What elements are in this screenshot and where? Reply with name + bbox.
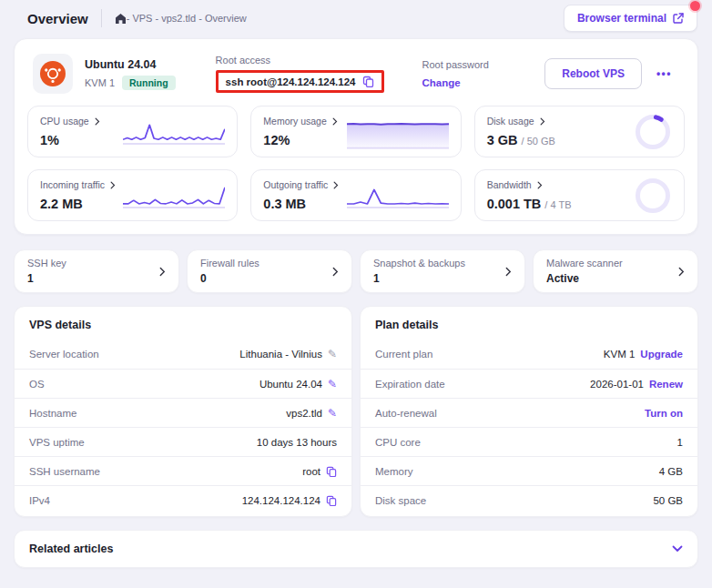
reboot-vps-button[interactable]: Reboot VPS bbox=[544, 58, 642, 89]
change-password-link[interactable]: Change bbox=[422, 77, 461, 88]
os-logo-tile bbox=[33, 54, 73, 94]
chevron-right-icon bbox=[505, 267, 512, 277]
copy-icon[interactable] bbox=[362, 76, 374, 87]
turn-on-link[interactable]: Turn on bbox=[645, 408, 683, 419]
ssh-key-label: SSH key bbox=[27, 258, 66, 269]
table-row-expiration-date: Expiration date 2026-01-01 Renew bbox=[361, 369, 697, 398]
outgoing-traffic-card[interactable]: Outgoing traffic 0.3 MB bbox=[250, 169, 461, 221]
malware-scanner-value: Active bbox=[546, 272, 623, 285]
bandwidth-value: 0.001 TB bbox=[487, 197, 542, 211]
incoming-traffic-label: Incoming traffic bbox=[40, 179, 105, 190]
firewall-rules-card[interactable]: Firewall rules 0 bbox=[187, 249, 352, 293]
table-row-server-location: Server location Lithuania - Vilnius ✎ bbox=[15, 340, 351, 369]
renew-link[interactable]: Renew bbox=[649, 379, 683, 390]
breadcrumb[interactable]: - VPS - vps2.tld - Overview bbox=[127, 13, 247, 24]
incoming-traffic-sparkline bbox=[123, 184, 225, 208]
bandwidth-donut bbox=[634, 177, 672, 215]
header-divider bbox=[101, 9, 102, 27]
server-overview-card: Ubuntu 24.04 KVM 1 Running Root access s… bbox=[14, 38, 698, 235]
related-articles-toggle[interactable]: Related articles bbox=[14, 530, 698, 568]
chevron-right-icon bbox=[95, 117, 100, 126]
stats-grid: CPU usage 1% Memory usage bbox=[27, 106, 685, 221]
external-link-icon bbox=[673, 13, 684, 24]
disk-usage-donut bbox=[634, 113, 672, 151]
home-icon[interactable] bbox=[115, 13, 127, 25]
table-row-os: OS Ubuntu 24.04 ✎ bbox=[15, 369, 351, 398]
root-access-value-box: ssh root@124.124.124.124 bbox=[216, 70, 384, 93]
server-plan: KVM 1 bbox=[85, 77, 115, 88]
chevron-right-icon bbox=[540, 117, 545, 126]
outgoing-traffic-value: 0.3 MB bbox=[263, 197, 339, 211]
root-password-block: Root password Change bbox=[422, 59, 489, 89]
bandwidth-total: / 4 TB bbox=[544, 199, 571, 210]
table-row-ipv4: IPv4 124.124.124.124 bbox=[15, 485, 351, 514]
disk-usage-total: / 50 GB bbox=[522, 136, 555, 147]
root-password-label: Root password bbox=[422, 59, 489, 70]
snapshot-backups-label: Snapshot & backups bbox=[373, 258, 465, 269]
status-badge: Running bbox=[122, 76, 176, 90]
copy-icon[interactable] bbox=[326, 495, 337, 506]
details-section: VPS details Server location Lithuania - … bbox=[14, 306, 698, 517]
related-articles-title: Related articles bbox=[29, 542, 113, 555]
page-title: Overview bbox=[27, 11, 88, 26]
cpu-usage-value: 1% bbox=[40, 133, 100, 147]
outgoing-traffic-label: Outgoing traffic bbox=[263, 179, 328, 190]
firewall-rules-value: 0 bbox=[200, 272, 259, 285]
disk-usage-value: 3 GB bbox=[487, 133, 518, 147]
copy-icon[interactable] bbox=[326, 466, 337, 477]
malware-scanner-card[interactable]: Malware scanner Active bbox=[533, 249, 698, 293]
incoming-traffic-card[interactable]: Incoming traffic 2.2 MB bbox=[27, 169, 238, 221]
table-row-hostname: Hostname vps2.tld ✎ bbox=[15, 398, 351, 427]
chevron-right-icon bbox=[110, 181, 116, 189]
chevron-right-icon bbox=[678, 267, 685, 277]
table-row-auto-renewal: Auto-renewal Turn on bbox=[361, 398, 697, 427]
server-os-name: Ubuntu 24.04 bbox=[85, 58, 176, 71]
snapshot-backups-card[interactable]: Snapshot & backups 1 bbox=[360, 249, 525, 293]
memory-usage-areachart bbox=[347, 115, 449, 149]
chevron-right-icon bbox=[537, 181, 543, 189]
table-row-cpu-core: CPU core 1 bbox=[361, 427, 697, 456]
incoming-traffic-value: 2.2 MB bbox=[40, 197, 116, 211]
edit-icon[interactable]: ✎ bbox=[328, 349, 337, 360]
vps-details-card: VPS details Server location Lithuania - … bbox=[14, 306, 352, 517]
memory-usage-label: Memory usage bbox=[263, 116, 326, 127]
plan-details-card: Plan details Current plan KVM 1 Upgrade … bbox=[360, 306, 698, 517]
cpu-usage-sparkline bbox=[123, 120, 225, 145]
cpu-usage-label: CPU usage bbox=[40, 116, 89, 127]
page-header: Overview - VPS - vps2.tld - Overview Bro… bbox=[0, 0, 712, 36]
edit-icon[interactable]: ✎ bbox=[328, 379, 337, 390]
notification-dot bbox=[690, 1, 700, 11]
plan-details-title: Plan details bbox=[361, 307, 697, 340]
bandwidth-label: Bandwidth bbox=[487, 179, 532, 190]
table-row-current-plan: Current plan KVM 1 Upgrade bbox=[361, 340, 697, 369]
table-row-ssh-username: SSH username root bbox=[15, 456, 351, 485]
server-info-row: Ubuntu 24.04 KVM 1 Running Root access s… bbox=[27, 51, 685, 106]
outgoing-traffic-sparkline bbox=[347, 184, 449, 208]
bandwidth-card[interactable]: Bandwidth 0.001 TB / 4 TB bbox=[474, 169, 685, 221]
disk-usage-card[interactable]: Disk usage 3 GB / 50 GB bbox=[474, 106, 685, 157]
more-options-button[interactable]: ••• bbox=[656, 67, 672, 80]
ubuntu-logo-icon bbox=[40, 61, 66, 86]
firewall-rules-label: Firewall rules bbox=[200, 258, 259, 269]
table-row-vps-uptime: VPS uptime 10 days 13 hours bbox=[15, 427, 351, 456]
browser-terminal-label: Browser terminal bbox=[577, 12, 666, 25]
root-access-label: Root access bbox=[216, 55, 384, 66]
vps-details-title: VPS details bbox=[15, 307, 351, 340]
snapshot-backups-value: 1 bbox=[373, 272, 465, 285]
disk-usage-label: Disk usage bbox=[487, 116, 534, 127]
browser-terminal-button[interactable]: Browser terminal bbox=[564, 5, 697, 32]
memory-usage-card[interactable]: Memory usage 12% bbox=[250, 106, 461, 157]
chevron-right-icon bbox=[159, 267, 166, 277]
table-row-disk-space: Disk space 50 GB bbox=[361, 485, 697, 514]
upgrade-link[interactable]: Upgrade bbox=[640, 349, 683, 360]
root-access-value: ssh root@124.124.124.124 bbox=[226, 76, 356, 87]
chevron-right-icon bbox=[332, 267, 339, 277]
chevron-down-icon bbox=[672, 545, 683, 553]
chevron-right-icon bbox=[333, 181, 339, 189]
cpu-usage-card[interactable]: CPU usage 1% bbox=[27, 106, 238, 157]
ssh-key-value: 1 bbox=[27, 272, 66, 285]
edit-icon[interactable]: ✎ bbox=[328, 408, 337, 419]
memory-usage-value: 12% bbox=[263, 133, 337, 147]
malware-scanner-label: Malware scanner bbox=[546, 258, 623, 269]
ssh-key-card[interactable]: SSH key 1 bbox=[14, 249, 179, 293]
